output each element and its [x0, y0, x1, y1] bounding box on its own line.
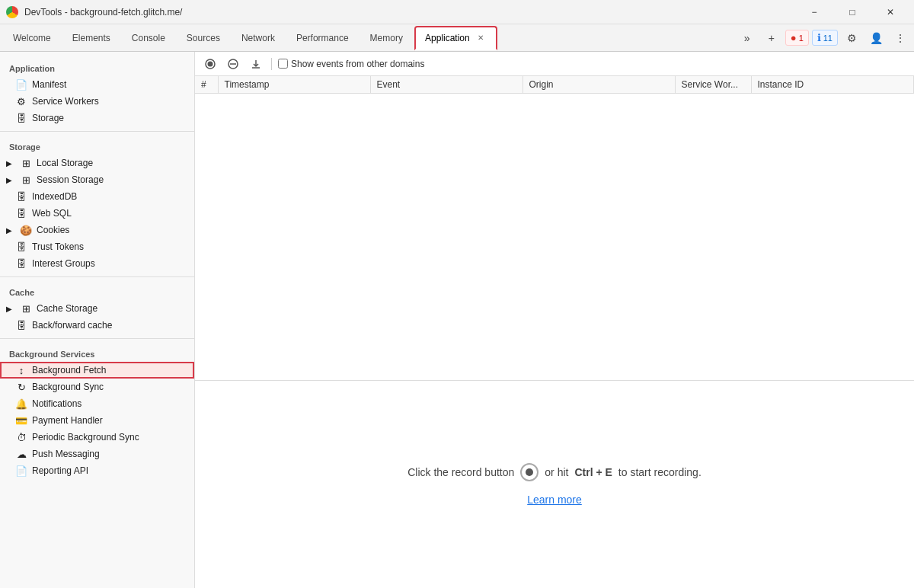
- interest-groups-icon: 🗄: [15, 258, 27, 270]
- chrome-icon: [6, 6, 18, 18]
- sidebar-item-payment-handler-label: Payment Handler: [32, 415, 103, 426]
- minimize-button[interactable]: −: [797, 0, 832, 24]
- sidebar-item-indexeddb-label: IndexedDB: [32, 191, 77, 202]
- data-table: # Timestamp Event Origin Service Wor... …: [195, 76, 914, 94]
- tab-memory-label: Memory: [370, 33, 403, 43]
- cookies-arrow: ▶: [6, 226, 15, 235]
- tab-console[interactable]: Console: [122, 26, 175, 50]
- col-timestamp: Timestamp: [218, 76, 370, 94]
- notifications-icon: 🔔: [15, 398, 27, 410]
- local-storage-icon: ⊞: [20, 158, 32, 169]
- sidebar-item-interest-groups[interactable]: 🗄 Interest Groups: [0, 255, 194, 272]
- info-badge: ℹ 11: [812, 30, 838, 46]
- sidebar-item-periodic-background-sync-label: Periodic Background Sync: [32, 432, 139, 443]
- sidebar-item-web-sql-label: Web SQL: [32, 208, 72, 219]
- error-count: 1: [799, 34, 804, 43]
- sidebar-item-manifest-label: Manifest: [32, 79, 66, 90]
- tab-bar-extra: » + ● 1 ℹ 11 ⚙ 👤 ⋮: [737, 27, 911, 49]
- tab-performance[interactable]: Performance: [286, 26, 359, 50]
- show-events-checkbox[interactable]: [278, 59, 288, 69]
- cache-storage-icon: ⊞: [20, 303, 32, 315]
- tab-sources[interactable]: Sources: [177, 26, 230, 50]
- sidebar-item-service-workers[interactable]: ⚙ Service Workers: [0, 93, 194, 110]
- sidebar-item-background-sync[interactable]: ↻ Background Sync: [0, 379, 194, 395]
- sidebar: Application 📄 Manifest ⚙ Service Workers…: [0, 52, 195, 588]
- col-origin: Origin: [523, 76, 675, 94]
- web-sql-icon: 🗄: [15, 208, 27, 219]
- sidebar-item-session-storage[interactable]: ▶ ⊞ Session Storage: [0, 171, 194, 188]
- sidebar-item-cache-storage[interactable]: ▶ ⊞ Cache Storage: [0, 300, 194, 317]
- settings-button[interactable]: ⚙: [841, 27, 862, 49]
- sidebar-section-storage: Storage: [0, 136, 194, 155]
- tab-application-label: Application: [425, 33, 470, 43]
- sidebar-item-push-messaging-label: Push Messaging: [32, 449, 100, 459]
- close-button[interactable]: ✕: [873, 0, 908, 24]
- sidebar-item-manifest[interactable]: 📄 Manifest: [0, 76, 194, 93]
- session-storage-icon: ⊞: [20, 174, 32, 186]
- background-fetch-icon: ↕: [15, 365, 27, 376]
- service-workers-icon: ⚙: [15, 96, 27, 107]
- sidebar-item-notifications-label: Notifications: [32, 398, 81, 409]
- tab-network-label: Network: [241, 33, 275, 43]
- sidebar-item-trust-tokens-label: Trust Tokens: [32, 241, 84, 252]
- tab-application-close[interactable]: ✕: [475, 32, 487, 44]
- tab-performance-label: Performance: [296, 33, 349, 43]
- info-area: Click the record button or hit Ctrl + E …: [195, 381, 914, 588]
- sidebar-item-push-messaging[interactable]: ☁ Push Messaging: [0, 446, 194, 462]
- show-events-checkbox-area: Show events from other domains: [278, 59, 424, 69]
- tab-console-label: Console: [132, 33, 165, 43]
- sidebar-item-back-forward-cache[interactable]: 🗄 Back/forward cache: [0, 317, 194, 334]
- record-instruction: Click the record button or hit Ctrl + E …: [407, 463, 701, 481]
- sidebar-item-reporting-api-label: Reporting API: [32, 465, 88, 476]
- sidebar-item-local-storage[interactable]: ▶ ⊞ Local Storage: [0, 155, 194, 171]
- download-button[interactable]: [247, 55, 265, 73]
- click-record-text: Click the record button: [407, 466, 514, 478]
- tab-network[interactable]: Network: [232, 26, 285, 50]
- tab-application[interactable]: Application ✕: [414, 26, 497, 50]
- sidebar-item-back-forward-cache-label: Back/forward cache: [32, 320, 112, 331]
- sidebar-item-payment-handler[interactable]: 💳 Payment Handler: [0, 412, 194, 429]
- sidebar-section-application: Application: [0, 58, 194, 76]
- sidebar-item-cache-storage-label: Cache Storage: [37, 303, 97, 314]
- toolbar-divider: [271, 58, 272, 70]
- sidebar-item-web-sql[interactable]: 🗄 Web SQL: [0, 205, 194, 222]
- reporting-api-icon: 📄: [15, 465, 27, 477]
- to-start-text: to start recording.: [618, 466, 701, 478]
- sidebar-item-periodic-background-sync[interactable]: ⏱ Periodic Background Sync: [0, 429, 194, 446]
- tab-sources-label: Sources: [187, 33, 220, 43]
- sidebar-item-notifications[interactable]: 🔔 Notifications: [0, 395, 194, 412]
- tab-memory[interactable]: Memory: [360, 26, 413, 50]
- new-tab-button[interactable]: +: [761, 27, 782, 49]
- tab-bar: Welcome Elements Console Sources Network…: [0, 24, 914, 52]
- sidebar-item-background-fetch[interactable]: ↕ Background Fetch: [0, 362, 194, 379]
- sidebar-item-trust-tokens[interactable]: 🗄 Trust Tokens: [0, 238, 194, 255]
- col-event: Event: [370, 76, 523, 94]
- record-dot: [526, 468, 533, 476]
- tab-welcome[interactable]: Welcome: [3, 26, 61, 50]
- keyboard-shortcut: Ctrl + E: [574, 466, 612, 478]
- customize-button[interactable]: ⋮: [890, 27, 911, 49]
- title-bar-title: DevTools - background-fetch.glitch.me/: [24, 7, 791, 18]
- push-messaging-icon: ☁: [15, 449, 27, 460]
- learn-more-link[interactable]: Learn more: [527, 494, 582, 506]
- local-storage-arrow: ▶: [6, 159, 15, 168]
- profile-button[interactable]: 👤: [865, 27, 887, 49]
- tab-elements[interactable]: Elements: [62, 26, 120, 50]
- table-toolbar: Show events from other domains: [195, 52, 914, 76]
- sidebar-item-service-workers-label: Service Workers: [32, 96, 99, 107]
- col-service-worker: Service Wor...: [675, 76, 751, 94]
- sidebar-section-cache: Cache: [0, 282, 194, 300]
- more-tabs-button[interactable]: »: [737, 27, 758, 49]
- sidebar-item-reporting-api[interactable]: 📄 Reporting API: [0, 462, 194, 479]
- block-button[interactable]: [224, 55, 242, 73]
- col-num: #: [195, 76, 218, 94]
- sidebar-item-cookies[interactable]: ▶ 🍪 Cookies: [0, 222, 194, 238]
- col-instance-id: Instance ID: [751, 76, 914, 94]
- record-button[interactable]: [201, 55, 219, 73]
- sidebar-item-indexeddb[interactable]: 🗄 IndexedDB: [0, 188, 194, 205]
- sidebar-item-storage[interactable]: 🗄 Storage: [0, 110, 194, 126]
- sidebar-item-session-storage-label: Session Storage: [37, 174, 104, 185]
- maximize-button[interactable]: □: [835, 0, 870, 24]
- sidebar-item-storage-label: Storage: [32, 113, 64, 123]
- sidebar-item-interest-groups-label: Interest Groups: [32, 258, 95, 269]
